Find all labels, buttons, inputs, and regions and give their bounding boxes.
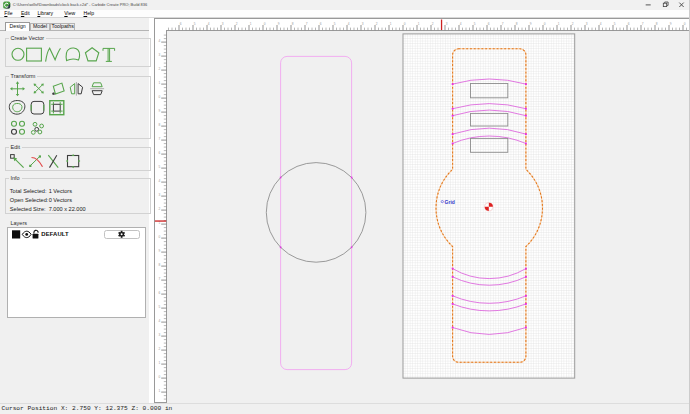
svg-text:6: 6 [180,22,182,26]
svg-text:8: 8 [159,263,161,267]
svg-text:Grid: Grid [445,199,455,205]
svg-text:4: 4 [159,179,161,183]
svg-text:5: 5 [614,22,616,26]
svg-text:4: 4 [208,22,210,26]
svg-text:2: 2 [376,22,378,26]
svg-text:8: 8 [159,123,161,127]
svg-text:0: 0 [264,22,266,26]
svg-text:8: 8 [516,22,518,26]
svg-text:3: 3 [586,22,588,26]
svg-text:6: 6 [628,22,630,26]
svg-text:0: 0 [159,235,161,239]
svg-text:6: 6 [488,22,490,26]
svg-text:4: 4 [159,319,161,323]
svg-text:2: 2 [159,347,161,351]
svg-text:3: 3 [362,22,364,26]
svg-text:9: 9 [530,22,532,26]
svg-text:4: 4 [460,22,462,26]
svg-text:6: 6 [320,22,322,26]
svg-text:0: 0 [544,22,546,26]
svg-text:4: 4 [600,22,602,26]
svg-text:2: 2 [236,22,238,26]
svg-text:2: 2 [572,22,574,26]
svg-text:0: 0 [404,22,406,26]
svg-text:1: 1 [250,22,252,26]
svg-text:2: 2 [159,207,161,211]
svg-text:1: 1 [159,81,161,85]
svg-text:3: 3 [159,333,161,337]
svg-text:6: 6 [159,291,161,295]
svg-text:5: 5 [159,305,161,309]
svg-text:7: 7 [306,22,308,26]
svg-text:9: 9 [278,22,280,26]
svg-text:0: 0 [684,22,686,26]
svg-text:8: 8 [292,22,294,26]
svg-text:3: 3 [159,53,161,57]
svg-text:5: 5 [194,22,196,26]
svg-text:7: 7 [502,22,504,26]
svg-text:5: 5 [334,22,336,26]
svg-text:5: 5 [474,22,476,26]
svg-text:0: 0 [159,375,161,379]
svg-text:1: 1 [558,22,560,26]
svg-text:2: 2 [432,22,434,26]
svg-text:6: 6 [159,151,161,155]
svg-text:5: 5 [159,165,161,169]
svg-text:3: 3 [222,22,224,26]
svg-text:3: 3 [159,193,161,197]
svg-text:3: 3 [446,22,448,26]
svg-text:8: 8 [656,22,658,26]
svg-text:2: 2 [159,67,161,71]
svg-text:9: 9 [670,22,672,26]
svg-text:9: 9 [159,249,161,253]
svg-text:7: 7 [159,277,161,281]
svg-text:9: 9 [159,109,161,113]
svg-text:1: 1 [159,361,161,365]
svg-text:7: 7 [159,137,161,141]
svg-text:1: 1 [390,22,392,26]
svg-text:7: 7 [642,22,644,26]
svg-text:1: 1 [418,22,420,26]
svg-text:1: 1 [159,389,161,393]
svg-text:4: 4 [159,39,161,43]
svg-text:4: 4 [348,22,350,26]
svg-text:0: 0 [159,95,161,99]
